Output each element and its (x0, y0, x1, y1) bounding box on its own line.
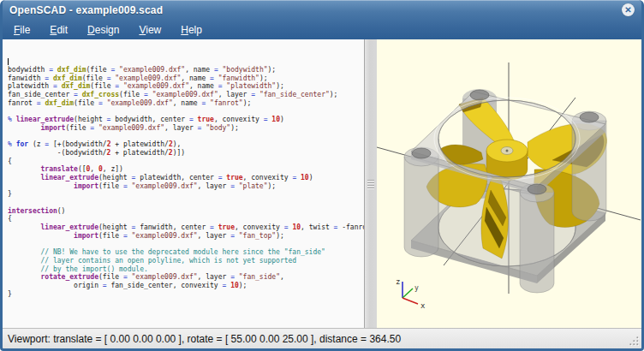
menu-item-help[interactable]: Help (178, 22, 205, 38)
code-line: { (8, 215, 364, 223)
code-line: platewidth = dxf_dim(file = "example009.… (8, 82, 364, 91)
code-line: -(bodywidth/2 + platewidth/2)]) (8, 149, 364, 158)
menu-bar: FileEditDesignViewHelp (3, 20, 641, 39)
close-icon: ✕ (624, 5, 631, 15)
code-line: // NB! We have to use the deprecated mod… (8, 248, 364, 257)
code-line: linear_extrude(height = platewidth, cent… (8, 174, 364, 182)
axis-y-label: y (414, 284, 419, 292)
menu-item-edit[interactable]: Edit (47, 22, 70, 38)
openscad-window: OpenSCAD - example009.scad ✕ FileEditDes… (0, 0, 644, 351)
code-line: origin = fan_side_center, convexity = 10… (8, 282, 364, 290)
code-line: % linear_extrude(height = bodywidth, cen… (8, 116, 364, 124)
menu-item-design[interactable]: Design (85, 22, 122, 38)
code-line: { (8, 158, 364, 166)
viewport-status-text: Viewport: translate = [ 0.00 0.00 0.00 ]… (8, 333, 401, 345)
window-header: OpenSCAD - example009.scad ✕ FileEditDes… (3, 0, 641, 39)
axis-indicator: z y x (396, 277, 426, 310)
code-line (8, 199, 364, 207)
code-line (8, 108, 364, 116)
code-line: // layer contains an open polyline, whic… (8, 257, 364, 265)
code-line: linear_extrude(height = fanwidth, center… (8, 223, 364, 232)
menu-item-view[interactable]: View (136, 22, 164, 38)
title-bar[interactable]: OpenSCAD - example009.scad ✕ (3, 0, 641, 20)
code-line: bodywidth = dxf_dim(file = "example009.d… (8, 66, 364, 74)
code-line: import(file = "example009.dxf", layer = … (8, 124, 364, 133)
code-line (8, 133, 364, 141)
code-line: import(file = "example009.dxf", layer = … (8, 232, 364, 241)
splitter-grip-icon (367, 178, 374, 190)
code-line (8, 57, 364, 66)
code-line: fan_side_center = dxf_cross(file = "exam… (8, 91, 364, 99)
code-line: } (8, 190, 364, 199)
code-line: import(file = "example009.dxf", layer = … (8, 182, 364, 191)
axis-z-label: z (396, 277, 400, 286)
resize-grip[interactable] (629, 336, 640, 347)
status-bar: Viewport: translate = [ 0.00 0.00 0.00 ]… (3, 328, 641, 348)
code-line: rotate_extrude(file = "example009.dxf", … (8, 273, 364, 282)
close-button[interactable]: ✕ (622, 3, 635, 16)
axis-x-label: x (420, 301, 426, 310)
code-editor[interactable]: bodywidth = dxf_dim(file = "example009.d… (3, 39, 365, 328)
main-area: bodywidth = dxf_dim(file = "example009.d… (3, 39, 641, 328)
code-line: fanrot = dxf_dim(file = "example009.dxf"… (8, 99, 364, 108)
code-area: bodywidth = dxf_dim(file = "example009.d… (8, 57, 364, 298)
code-line: translate([0, 0, z]) (8, 165, 364, 174)
viewport-3d[interactable]: z y x (377, 39, 641, 328)
text-cursor (8, 58, 9, 65)
code-line: // by the import() module. (8, 265, 364, 274)
code-line (8, 241, 364, 249)
window-title: OpenSCAD - example009.scad (9, 4, 622, 16)
viewport-3d-canvas: z y x (377, 39, 641, 328)
code-line: intersection() (8, 207, 364, 216)
menu-item-file[interactable]: File (11, 22, 33, 38)
code-line: } (8, 290, 364, 299)
fan-model (404, 89, 606, 293)
panel-splitter[interactable] (365, 39, 377, 328)
code-line: % for (z = [+(bodywidth/2 + platewidth/2… (8, 140, 364, 149)
